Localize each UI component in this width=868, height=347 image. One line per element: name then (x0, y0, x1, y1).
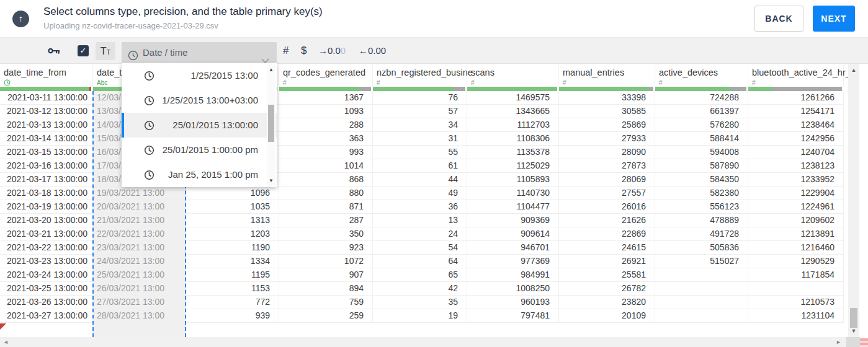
table-cell[interactable]: 24/03/2021 13:00 (93, 255, 186, 268)
table-cell[interactable]: 1290529 (748, 255, 844, 268)
table-cell[interactable]: 2021-03-19 13:00:00 (0, 200, 93, 214)
table-cell[interactable]: 909369 (467, 214, 559, 227)
table-cell[interactable] (748, 282, 844, 296)
table-cell[interactable]: 25/03/2021 13:00 (93, 268, 186, 282)
nullable-checkbox[interactable]: ✓ (78, 45, 89, 56)
table-cell[interactable]: 2021-03-16 13:00:00 (0, 159, 93, 173)
table-cell[interactable]: 1213891 (748, 227, 844, 241)
table-cell[interactable]: 26/03/2021 13:00 (93, 282, 186, 296)
table-cell[interactable]: 1153 (186, 282, 279, 296)
table-cell[interactable] (655, 296, 748, 309)
table-cell[interactable]: 1233952 (748, 173, 844, 187)
table-cell[interactable]: 1209602 (748, 214, 844, 227)
column-header[interactable]: scans# (467, 64, 559, 87)
table-cell[interactable]: 54 (373, 241, 467, 255)
table-cell[interactable]: 1216460 (748, 241, 844, 255)
table-cell[interactable]: 30585 (559, 105, 655, 118)
table-cell[interactable]: 1343665 (467, 105, 559, 118)
table-cell[interactable]: 1367 (279, 91, 373, 105)
table-cell[interactable]: 2021-03-13 13:00:00 (0, 118, 93, 132)
decrease-precision-button[interactable]: →0.00 (318, 38, 346, 64)
table-cell[interactable]: 1238464 (748, 118, 844, 132)
table-cell[interactable]: 1229904 (748, 187, 844, 200)
dropdown-option[interactable]: 1/25/2015 13:00+03:00 (122, 88, 277, 113)
table-cell[interactable]: 946701 (467, 241, 559, 255)
table-cell[interactable]: 515027 (655, 255, 748, 268)
table-cell[interactable]: 19/03/2021 13:00 (93, 187, 186, 200)
table-cell[interactable]: 1112703 (467, 118, 559, 132)
table-cell[interactable]: 2021-03-18 13:00:00 (0, 187, 93, 200)
table-cell[interactable]: 49 (373, 187, 467, 200)
table-cell[interactable]: 1190 (186, 241, 279, 255)
type-select-dropdown[interactable]: Date / time (122, 42, 277, 63)
table-cell[interactable]: 24 (373, 227, 467, 241)
next-button[interactable]: NEXT (813, 6, 855, 32)
table-cell[interactable]: 2021-03-26 13:00:00 (0, 296, 93, 309)
table-cell[interactable]: 1104477 (467, 200, 559, 214)
table-cell[interactable]: 584350 (655, 173, 748, 187)
table-cell[interactable]: 1108306 (467, 132, 559, 146)
table-cell[interactable]: 1231104 (748, 309, 844, 323)
table-cell[interactable]: 363 (279, 132, 373, 146)
table-cell[interactable]: 491728 (655, 227, 748, 241)
primary-key-icon[interactable] (47, 45, 61, 57)
table-cell[interactable]: 26782 (559, 282, 655, 296)
table-cell[interactable]: 2021-03-15 13:00:00 (0, 146, 93, 159)
table-cell[interactable]: 907 (279, 268, 373, 282)
table-cell[interactable]: 2021-03-14 13:00:00 (0, 132, 93, 146)
column-header[interactable]: nzbn_registered_busine# (373, 64, 467, 87)
increase-precision-button[interactable]: ←0.00 (359, 38, 386, 64)
table-cell[interactable]: 1313 (186, 214, 279, 227)
scroll-down-button[interactable]: ▼ (848, 328, 859, 334)
table-cell[interactable]: 594008 (655, 146, 748, 159)
table-cell[interactable]: 1203 (186, 227, 279, 241)
horizontal-scrollbar[interactable]: ◄ ► (0, 337, 846, 347)
table-cell[interactable]: 22869 (559, 227, 655, 241)
table-cell[interactable]: 1210573 (748, 296, 844, 309)
text-type-button[interactable]: TT (96, 42, 115, 60)
table-cell[interactable]: 1008250 (467, 282, 559, 296)
table-cell[interactable]: 661397 (655, 105, 748, 118)
table-cell[interactable]: 2021-03-25 13:00:00 (0, 282, 93, 296)
dropdown-option[interactable]: 25/01/2015 1:00:00 pm (122, 138, 277, 162)
table-cell[interactable]: 57 (373, 105, 467, 118)
table-cell[interactable]: 2021-03-21 13:00:00 (0, 227, 93, 241)
table-cell[interactable]: 350 (279, 227, 373, 241)
table-cell[interactable]: 1224961 (748, 200, 844, 214)
table-cell[interactable] (655, 282, 748, 296)
table-cell[interactable]: 2021-03-17 13:00:00 (0, 173, 93, 187)
table-cell[interactable] (655, 309, 748, 323)
dropdown-option[interactable]: 25/01/2015 13:00:00 (122, 113, 277, 138)
table-cell[interactable]: 65 (373, 268, 467, 282)
scroll-left-button[interactable]: ◄ (3, 339, 9, 345)
table-cell[interactable]: 2021-03-24 13:00:00 (0, 268, 93, 282)
table-cell[interactable]: 23820 (559, 296, 655, 309)
table-cell[interactable]: 27873 (559, 159, 655, 173)
dropdown-option[interactable]: Jan 25, 2015 1:00 pm (122, 162, 277, 187)
table-cell[interactable]: 287 (279, 214, 373, 227)
dropdown-option[interactable]: 1/25/2015 13:00 (122, 63, 277, 88)
column-header[interactable]: bluetooth_active_24_hr_# (748, 64, 844, 87)
table-cell[interactable]: 1240704 (748, 146, 844, 159)
dropdown-scroll-up[interactable]: ▲ (267, 67, 275, 72)
table-cell[interactable]: 1105893 (467, 173, 559, 187)
table-cell[interactable]: 76 (373, 91, 467, 105)
table-cell[interactable]: 871 (279, 200, 373, 214)
table-cell[interactable]: 478889 (655, 214, 748, 227)
table-cell[interactable]: 2021-03-22 13:00:00 (0, 241, 93, 255)
table-cell[interactable]: 1469575 (467, 91, 559, 105)
table-cell[interactable]: 42 (373, 282, 467, 296)
table-cell[interactable]: 34 (373, 118, 467, 132)
table-cell[interactable] (655, 268, 748, 282)
table-cell[interactable]: 25869 (559, 118, 655, 132)
table-cell[interactable]: 1035 (186, 200, 279, 214)
table-cell[interactable]: 960193 (467, 296, 559, 309)
table-cell[interactable]: 27557 (559, 187, 655, 200)
table-cell[interactable]: 759 (279, 296, 373, 309)
table-cell[interactable]: 923 (279, 241, 373, 255)
table-cell[interactable]: 1171854 (748, 268, 844, 282)
table-cell[interactable]: 20109 (559, 309, 655, 323)
table-cell[interactable]: 1072 (279, 255, 373, 268)
table-cell[interactable]: 556123 (655, 200, 748, 214)
table-cell[interactable]: 1242956 (748, 132, 844, 146)
